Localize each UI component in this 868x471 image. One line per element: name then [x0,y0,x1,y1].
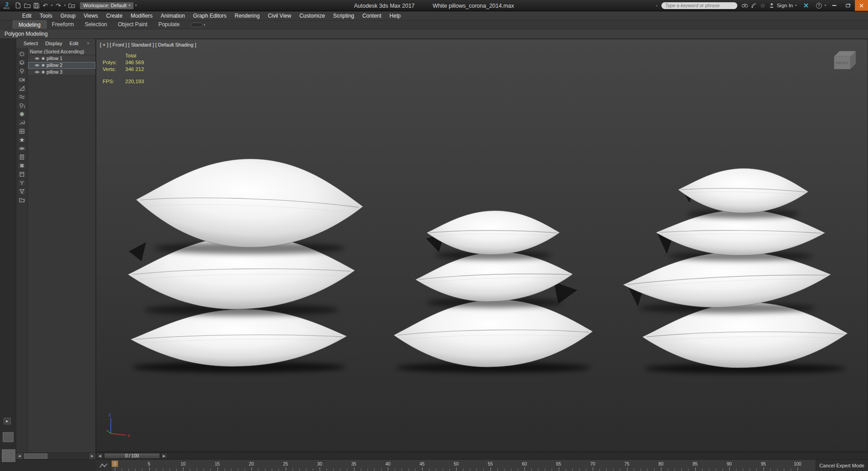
time-slider-handle[interactable]: 0 / 100 [104,453,160,459]
user-icon[interactable] [767,1,776,10]
minimized-toolbar-button-2[interactable] [2,449,15,462]
ribbon-tab-object-paint[interactable]: Object Paint [113,20,153,29]
viewport-shading-menu[interactable]: [ Default Shading ] [155,42,196,47]
scene-object-row[interactable]: pillow 3 [28,69,95,75]
ruler-tick [476,469,477,471]
favorites-star-icon[interactable]: ☆ [758,1,767,10]
cameras-filter-icon[interactable] [18,76,26,83]
menu-graph-editors[interactable]: Graph Editors [189,11,231,20]
redo-caret-icon[interactable]: ▾ [63,4,67,7]
visibility-filter-icon[interactable] [18,145,26,152]
open-file-button[interactable] [23,1,32,10]
search-binoculars-icon[interactable] [740,1,749,10]
lights-filter-icon[interactable] [18,68,26,75]
front-viewport[interactable]: [ + ][ Front ][ Standard ][ Default Shad… [96,39,868,452]
menu-tools[interactable]: Tools [36,11,57,20]
mini-curve-editor-button[interactable] [96,460,111,471]
help-caret-icon[interactable]: ▾ [823,4,827,7]
restore-button[interactable] [841,0,854,11]
menu-content[interactable]: Content [359,11,386,20]
hierarchy-filter-icon[interactable] [18,179,26,186]
time-slider-bar[interactable]: ◀ 0 / 100 ▶ [96,452,868,459]
menu-create[interactable]: Create [102,11,127,20]
scroll-right-button[interactable]: ▶ [89,453,95,459]
minimize-button[interactable] [828,0,841,11]
redo-button[interactable]: ↷ [54,1,63,10]
communication-center-icon[interactable] [749,1,758,10]
helpers-filter-icon[interactable] [18,119,26,126]
explorer-menu-edit[interactable]: Edit [66,39,82,48]
ribbon-tab-modeling[interactable]: Modeling [13,20,47,29]
bones-filter-icon[interactable] [18,111,26,118]
explorer-menu-display[interactable]: Display [42,39,66,48]
viewport-standard-menu[interactable]: [ Standard ] [128,42,154,47]
visibility-eye-icon[interactable] [34,70,40,74]
ribbon-panel-bar[interactable]: Polygon Modeling [0,29,868,39]
timeline-ruler[interactable]: 0510152025303540455055606570758085909510… [111,460,816,471]
shapes-filter-icon[interactable] [18,85,26,92]
scene-object-row[interactable]: pillow 1 [28,55,95,62]
selection-filter-icon[interactable] [18,51,26,57]
minimized-toolbar-button-1[interactable] [3,432,14,442]
expand-panel-button[interactable]: ▶ [4,418,11,424]
ruler-scale[interactable]: 0510152025303540455055606570758085909510… [115,460,797,471]
spacewarps-filter-icon[interactable] [18,94,26,100]
menu-customize[interactable]: Customize [295,11,329,20]
ribbon-minimize-button[interactable] [191,23,203,27]
search-input[interactable] [665,3,734,8]
ribbon-tab-populate[interactable]: Populate [153,20,185,29]
sign-in-button[interactable]: Sign In [777,3,793,8]
viewcube[interactable]: FRONT [828,46,858,74]
undo-caret-icon[interactable]: ▾ [50,4,54,7]
help-icon[interactable]: ? [814,1,823,10]
menu-modifiers[interactable]: Modifiers [127,11,157,20]
toolbar-overflow-caret-icon[interactable]: ▾ [134,4,138,7]
layers-filter-icon[interactable] [18,171,26,178]
sign-in-caret-icon[interactable]: ▾ [794,4,798,7]
containers-filter-icon[interactable] [18,197,26,203]
explorer-menu-overflow-icon[interactable]: » [87,41,92,46]
menu-edit[interactable]: Edit [18,11,36,20]
scroll-left-button[interactable]: ◀ [16,453,23,459]
menu-group[interactable]: Group [57,11,80,20]
explorer-menu-select[interactable]: Select [20,39,42,48]
menu-animation[interactable]: Animation [157,11,189,20]
visibility-eye-icon[interactable] [34,63,40,67]
3ds-max-logo-icon[interactable]: 3MAX [0,0,14,11]
menu-help[interactable]: Help [386,11,405,20]
time-slider-track[interactable] [168,453,868,459]
ribbon-tab-selection[interactable]: Selection [79,20,112,29]
scrollbar-thumb[interactable] [24,453,47,459]
menu-rendering[interactable]: Rendering [231,11,264,20]
project-folder-button[interactable] [67,1,76,10]
menu-scripting[interactable]: Scripting [329,11,359,20]
systems-filter-icon[interactable] [18,102,26,109]
viewport-pov-menu[interactable]: [ Front ] [110,42,127,47]
visibility-eye-icon[interactable] [34,57,40,61]
menu-views[interactable]: Views [80,11,102,20]
display-filter-icon[interactable] [18,188,26,195]
cancel-expert-mode-button[interactable]: Cancel Expert Mode [819,463,864,468]
ribbon-tab-freeform[interactable]: Freeform [47,20,80,29]
previous-frame-button[interactable]: ◀ [97,453,103,459]
materials-filter-icon[interactable] [18,154,26,160]
viewport-general-menu[interactable]: [ + ] [100,42,108,47]
workspace-selector[interactable]: Workspace: Default ▾ [80,2,134,9]
ruler-tick [381,469,382,471]
new-scene-button[interactable] [14,1,23,10]
particles-filter-icon[interactable] [18,137,26,143]
grids-filter-icon[interactable] [18,128,26,135]
undo-button[interactable]: ↶ [41,1,50,10]
search-expand-icon[interactable]: › [656,3,658,9]
ribbon-options-caret-icon[interactable]: ▾ [204,23,206,27]
autodesk-exchange-icon[interactable] [802,1,811,10]
next-frame-button[interactable]: ▶ [161,453,167,459]
scene-object-row[interactable]: pillow 2 [28,62,95,69]
groups-filter-icon[interactable] [18,162,26,169]
save-file-button[interactable] [32,1,41,10]
explorer-horizontal-scrollbar[interactable]: ◀ ▶ [16,452,95,459]
explorer-column-header[interactable]: Name (Sorted Ascending) [28,48,95,55]
menu-civil-view[interactable]: Civil View [264,11,295,20]
geometry-filter-icon[interactable] [18,59,26,66]
close-button[interactable]: × [855,0,868,11]
